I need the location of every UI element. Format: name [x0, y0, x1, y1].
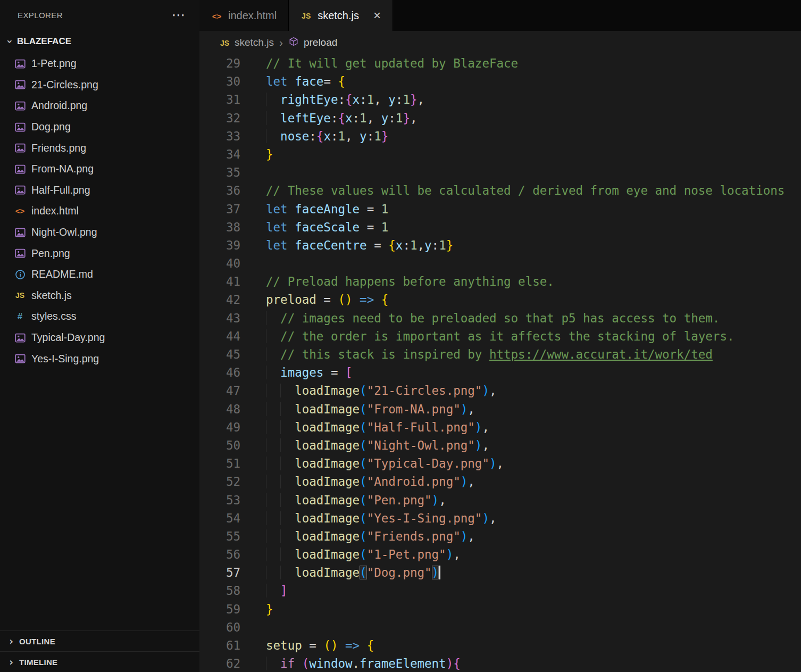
- code-line[interactable]: 50 loadImage("Night-Owl.png"),: [199, 436, 801, 454]
- line-number[interactable]: 42: [199, 291, 240, 309]
- image-icon: [14, 353, 26, 364]
- line-number[interactable]: 50: [199, 436, 240, 454]
- code-line[interactable]: 43 // images need to be preloaded so tha…: [199, 309, 801, 327]
- line-number[interactable]: 52: [199, 472, 240, 491]
- file-item[interactable]: Typical-Day.png: [0, 327, 199, 349]
- line-number[interactable]: 51: [199, 454, 240, 472]
- code-line[interactable]: 61setup = () => {: [199, 636, 801, 654]
- line-number[interactable]: 31: [199, 90, 240, 109]
- line-number[interactable]: 35: [199, 163, 240, 181]
- code-text: loadImage("From-NA.png"),: [240, 400, 475, 418]
- line-number[interactable]: 53: [199, 491, 240, 509]
- code-line[interactable]: 39let faceCentre = {x:1,y:1}: [199, 236, 801, 254]
- file-item[interactable]: README.md: [0, 264, 199, 285]
- code-line[interactable]: 46 images = [: [199, 363, 801, 381]
- code-area[interactable]: 29// It will get updated by BlazeFace30l…: [199, 54, 801, 672]
- file-item[interactable]: From-NA.png: [0, 159, 199, 180]
- file-item[interactable]: Dog.png: [0, 117, 199, 138]
- code-line[interactable]: 41// Preload happens before anything els…: [199, 272, 801, 291]
- line-number[interactable]: 56: [199, 545, 240, 563]
- code-line[interactable]: 36// These values will be calculated / d…: [199, 181, 801, 200]
- file-item[interactable]: #styles.css: [0, 306, 199, 327]
- line-number[interactable]: 29: [199, 54, 240, 72]
- section-label: OUTLINE: [19, 637, 55, 646]
- folder-header[interactable]: › BLAZEFACE: [0, 30, 199, 53]
- tab-index-html[interactable]: <> index.html: [199, 0, 289, 31]
- more-actions-icon[interactable]: ⋯: [172, 8, 186, 22]
- sidebar-item-outline[interactable]: › OUTLINE: [0, 630, 199, 651]
- file-item[interactable]: 1-Pet.png: [0, 53, 199, 74]
- line-number[interactable]: 44: [199, 327, 240, 345]
- code-line[interactable]: 54 loadImage("Yes-I-Sing.png"),: [199, 509, 801, 527]
- code-text: }: [240, 600, 273, 618]
- line-number[interactable]: 34: [199, 145, 240, 163]
- breadcrumb-file[interactable]: JS sketch.js: [219, 37, 274, 49]
- line-number[interactable]: 59: [199, 600, 240, 618]
- line-number[interactable]: 40: [199, 254, 240, 272]
- line-number[interactable]: 38: [199, 218, 240, 236]
- line-number[interactable]: 57: [199, 563, 240, 582]
- line-number[interactable]: 48: [199, 400, 240, 418]
- info-icon: [14, 269, 26, 280]
- line-number[interactable]: 60: [199, 618, 240, 636]
- sidebar-item-timeline[interactable]: › TIMELINE: [0, 651, 199, 672]
- file-item[interactable]: Half-Full.png: [0, 180, 199, 201]
- line-number[interactable]: 33: [199, 127, 240, 145]
- code-line[interactable]: 29// It will get updated by BlazeFace: [199, 54, 801, 72]
- code-line[interactable]: 49 loadImage("Half-Full.png"),: [199, 418, 801, 436]
- close-icon[interactable]: ×: [373, 9, 381, 22]
- code-line[interactable]: 38let faceScale = 1: [199, 218, 801, 236]
- line-number[interactable]: 39: [199, 236, 240, 254]
- file-item[interactable]: Night-Owl.png: [0, 222, 199, 243]
- tab-sketch-js[interactable]: JS sketch.js ×: [289, 0, 393, 31]
- file-item[interactable]: Yes-I-Sing.png: [0, 348, 199, 369]
- line-number[interactable]: 55: [199, 527, 240, 545]
- line-number[interactable]: 62: [199, 654, 240, 672]
- code-line[interactable]: 60: [199, 618, 801, 636]
- file-item[interactable]: Pen.png: [0, 243, 199, 264]
- file-item[interactable]: <>index.html: [0, 201, 199, 222]
- line-number[interactable]: 54: [199, 509, 240, 527]
- line-number[interactable]: 41: [199, 272, 240, 291]
- file-item[interactable]: Android.png: [0, 95, 199, 117]
- code-line[interactable]: 30let face= {: [199, 72, 801, 90]
- code-line[interactable]: 37let faceAngle = 1: [199, 200, 801, 218]
- line-number[interactable]: 58: [199, 582, 240, 600]
- file-item[interactable]: JSsketch.js: [0, 285, 199, 306]
- code-line[interactable]: 53 loadImage("Pen.png"),: [199, 491, 801, 509]
- code-line[interactable]: 55 loadImage("Friends.png"),: [199, 527, 801, 545]
- code-line[interactable]: 51 loadImage("Typical-Day.png"),: [199, 454, 801, 472]
- file-item[interactable]: 21-Circles.png: [0, 74, 199, 96]
- line-number[interactable]: 45: [199, 345, 240, 363]
- line-number[interactable]: 49: [199, 418, 240, 436]
- code-line[interactable]: 48 loadImage("From-NA.png"),: [199, 400, 801, 418]
- code-line[interactable]: 44 // the order is important as it affec…: [199, 327, 801, 345]
- code-line[interactable]: 33 nose:{x:1, y:1}: [199, 127, 801, 145]
- code-line[interactable]: 42preload = () => {: [199, 291, 801, 309]
- line-number[interactable]: 32: [199, 109, 240, 127]
- file-label: Yes-I-Sing.png: [31, 353, 99, 365]
- code-line[interactable]: 56 loadImage("1-Pet.png"),: [199, 545, 801, 563]
- code-line[interactable]: 62 if (window.frameElement){: [199, 654, 801, 672]
- breadcrumb: JS sketch.js › preload: [199, 31, 801, 54]
- code-line[interactable]: 40: [199, 254, 801, 272]
- file-item[interactable]: Friends.png: [0, 137, 199, 159]
- code-line[interactable]: 52 loadImage("Android.png"),: [199, 472, 801, 491]
- code-line[interactable]: 47 loadImage("21-Circles.png"),: [199, 381, 801, 400]
- line-number[interactable]: 46: [199, 363, 240, 381]
- line-number[interactable]: 36: [199, 181, 240, 200]
- line-number[interactable]: 30: [199, 72, 240, 90]
- code-line[interactable]: 45 // this stack is inspired by https://…: [199, 345, 801, 363]
- line-number[interactable]: 61: [199, 636, 240, 654]
- code-line[interactable]: 59}: [199, 600, 801, 618]
- breadcrumb-symbol[interactable]: preload: [288, 36, 337, 49]
- code-line[interactable]: 31 rightEye:{x:1, y:1},: [199, 90, 801, 109]
- line-number[interactable]: 43: [199, 309, 240, 327]
- code-line[interactable]: 58 ]: [199, 582, 801, 600]
- line-number[interactable]: 47: [199, 381, 240, 400]
- code-line[interactable]: 35: [199, 163, 801, 181]
- code-line[interactable]: 57 loadImage("Dog.png"): [199, 563, 801, 582]
- line-number[interactable]: 37: [199, 200, 240, 218]
- code-line[interactable]: 34}: [199, 145, 801, 163]
- code-line[interactable]: 32 leftEye:{x:1, y:1},: [199, 109, 801, 127]
